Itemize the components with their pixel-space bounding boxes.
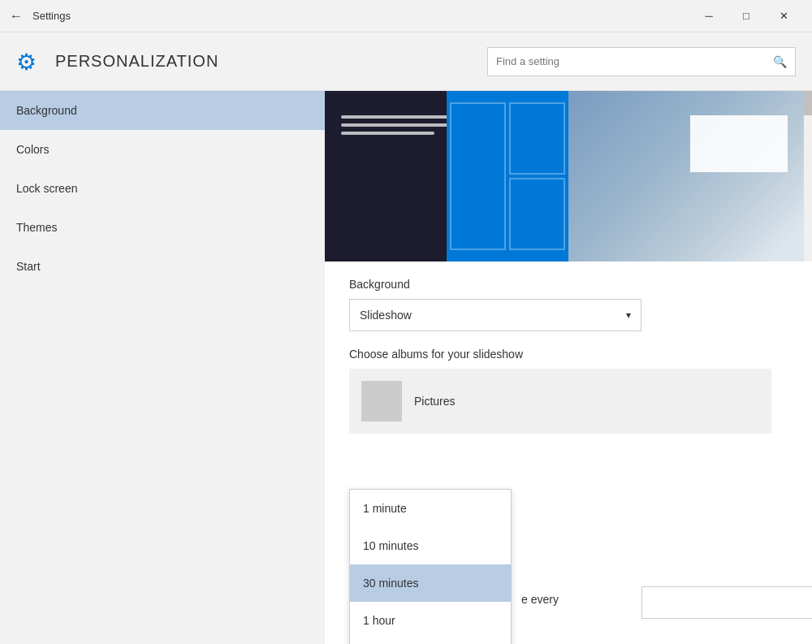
settings-icon: ⚙ <box>16 49 42 75</box>
preview-image <box>325 91 812 261</box>
sidebar-item-lock-screen[interactable]: Lock screen <box>0 169 325 208</box>
preview-line-3 <box>341 132 434 135</box>
main-layout: Background Colors Lock screen Themes Sta… <box>0 91 812 644</box>
sidebar-item-themes[interactable]: Themes <box>0 208 325 247</box>
window-title: Settings <box>32 10 690 22</box>
sidebar-item-background[interactable]: Background <box>0 91 325 130</box>
background-dropdown[interactable]: Slideshow ▾ <box>349 299 641 331</box>
content-panel: Background Slideshow ▾ Choose albums for… <box>325 261 812 466</box>
choose-albums-label: Choose albums for your slideshow <box>349 348 788 361</box>
change-every-label: e every <box>521 593 559 606</box>
option-10-minutes[interactable]: 10 minutes <box>350 527 511 564</box>
interval-dropdown-menu[interactable]: 1 minute 10 minutes 30 minutes 1 hour 6 … <box>349 489 512 644</box>
sidebar: Background Colors Lock screen Themes Sta… <box>0 91 325 644</box>
preview-line-1 <box>341 115 453 119</box>
close-button[interactable]: ✕ <box>765 0 802 32</box>
back-button[interactable]: ← <box>10 10 23 23</box>
window-controls: ─ □ ✕ <box>690 0 802 32</box>
preview-tiles <box>447 91 568 261</box>
search-box[interactable]: 🔍 <box>487 47 796 76</box>
option-1-minute[interactable]: 1 minute <box>350 490 511 527</box>
content-area: Background Slideshow ▾ Choose albums for… <box>325 91 812 644</box>
minimize-button[interactable]: ─ <box>690 0 728 32</box>
option-6-hours[interactable]: 6 hours <box>350 639 511 644</box>
tiles-grid <box>447 99 568 253</box>
option-30-minutes[interactable]: 30 minutes <box>350 564 511 602</box>
tile-large <box>450 102 506 250</box>
scrollbar-track[interactable] <box>804 91 812 261</box>
background-dropdown-value: Slideshow <box>360 309 412 322</box>
header: ⚙ PERSONALIZATION 🔍 <box>0 32 812 91</box>
order-dropdown[interactable]: ▾ <box>641 586 812 619</box>
background-label: Background <box>349 278 788 291</box>
option-1-hour[interactable]: 1 hour <box>350 602 511 639</box>
title-bar: ← Settings ─ □ ✕ <box>0 0 812 32</box>
tile-small-2 <box>509 178 565 250</box>
dropdown-arrow-icon: ▾ <box>626 309 631 321</box>
scrollbar-thumb[interactable] <box>804 91 812 115</box>
search-icon: 🔍 <box>773 55 787 68</box>
album-box[interactable]: Pictures <box>349 369 771 434</box>
sidebar-item-start[interactable]: Start <box>0 247 325 286</box>
sidebar-item-colors[interactable]: Colors <box>0 130 325 169</box>
preview-white-rect <box>690 115 788 172</box>
maximize-button[interactable]: □ <box>728 0 765 32</box>
search-input[interactable] <box>496 55 773 67</box>
tile-small-1 <box>509 102 565 175</box>
preview-right-panel <box>568 91 812 261</box>
album-name: Pictures <box>414 395 456 408</box>
album-thumbnail <box>361 381 402 421</box>
app-title: PERSONALIZATION <box>55 52 487 71</box>
